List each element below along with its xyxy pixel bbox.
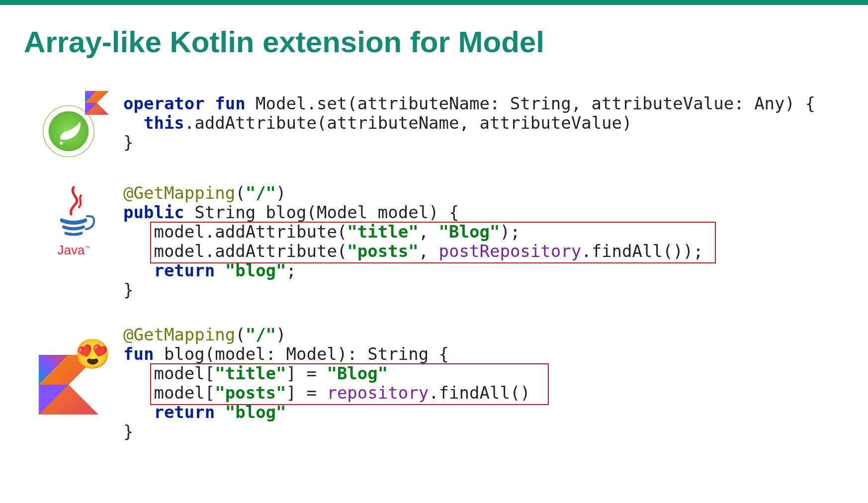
heart-eyes-emoji-icon: 😍 <box>75 337 110 371</box>
code-java-controller: @GetMapping("/") public String blog(Mode… <box>123 183 844 300</box>
code-kotlin-controller: @GetMapping("/") fun blog(model: Model):… <box>123 325 844 442</box>
svg-point-2 <box>60 142 63 145</box>
icon-column-1 <box>24 94 123 159</box>
code-block-kotlin: 😍 @GetMapping("/") fun blog(model: Model… <box>24 325 844 442</box>
code-extension-function: operator fun Model.set(attributeName: St… <box>123 94 844 152</box>
icon-column-3: 😍 <box>24 325 123 415</box>
icon-column-2: Java™ <box>24 183 123 258</box>
slide-title: Array-like Kotlin extension for Model <box>24 25 844 59</box>
kotlin-heart-icon: 😍 <box>39 340 108 415</box>
code-block-java: Java™ @GetMapping("/") public String blo… <box>24 183 844 300</box>
java-icon: Java™ <box>46 183 101 258</box>
java-label: Java™ <box>46 243 101 258</box>
spring-kotlin-icon <box>41 94 106 159</box>
code-block-kotlin-extension: operator fun Model.set(attributeName: St… <box>24 94 844 159</box>
slide-content: Array-like Kotlin extension for Model <box>0 5 868 441</box>
kotlin-icon <box>85 91 109 115</box>
top-accent-bar <box>0 0 868 5</box>
